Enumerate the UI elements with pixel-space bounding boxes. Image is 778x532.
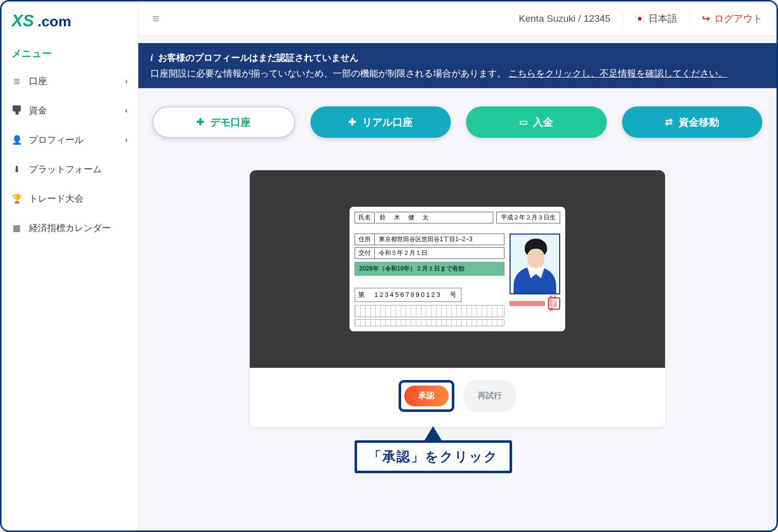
language-selector[interactable]: 日本語 (635, 12, 677, 25)
id-dob: 平成２年２月３日生 (496, 212, 560, 223)
signout-icon (702, 13, 710, 24)
sidebar-item-label: 資金 (29, 104, 118, 117)
trophy-icon (12, 194, 22, 204)
deposit-button[interactable]: 入金 (466, 106, 607, 138)
id-valid-until: 2028年（令和10年）２月１日まで有効 (355, 262, 504, 276)
sidebar-item-label: トレード大会 (29, 193, 128, 205)
id-address-label: 住所 (355, 234, 375, 245)
sidebar-item-calendar[interactable]: 経済指標カレンダー (2, 213, 138, 243)
demo-account-button[interactable]: デモ口座 (152, 106, 295, 138)
topbar: Kenta Suzuki / 12345 日本語 ログアウト (138, 2, 776, 36)
transfer-button[interactable]: 資金移動 (622, 106, 763, 138)
sidebar-item-tournament[interactable]: トレード大会 (2, 184, 138, 213)
list-icon (12, 76, 22, 87)
document-preview: 氏名 鈴 木 健 太 平成２年２月３日生 住所 東京都世田谷区世田谷1丁目1−2… (250, 170, 665, 368)
sidebar-item-platform[interactable]: プラットフォーム (2, 155, 138, 184)
id-card: 氏名 鈴 木 健 太 平成２年２月３日生 住所 東京都世田谷区世田谷1丁目1−2… (348, 206, 566, 332)
chevron-left-icon: ‹ (125, 106, 128, 115)
banner-title: お客様のプロフィールはまだ認証されていません (158, 50, 359, 66)
transfer-icon (665, 117, 673, 128)
verification-panel: 氏名 鈴 木 健 太 平成２年２月３日生 住所 東京都世田谷区世田谷1丁目1−2… (250, 170, 665, 427)
language-label: 日本語 (648, 12, 677, 25)
chevron-left-icon: ‹ (125, 77, 128, 85)
id-stripe (355, 305, 504, 317)
retry-button[interactable]: 再試行 (463, 380, 516, 412)
calendar-icon (12, 223, 22, 234)
logout-link[interactable]: ログアウト (702, 12, 762, 25)
id-issue-label: 交付 (355, 247, 375, 259)
callout-arrow-icon (424, 426, 442, 441)
banner-link[interactable]: こちらをクリックし、不足情報を確認してください。 (509, 68, 727, 79)
id-number: 第 1234567890123 号 (355, 288, 461, 302)
button-label: 資金移動 (679, 116, 719, 129)
wallet-icon (12, 105, 22, 116)
banner-body: 口座開設に必要な情報が揃っていないため、一部の機能が制限される場合があります。 (150, 68, 509, 79)
chevron-left-icon: ‹ (125, 136, 128, 144)
account-actions: デモ口座 リアル口座 入金 資金移動 (138, 88, 776, 146)
id-stripe (355, 319, 504, 326)
brand-logo: XS .com (2, 2, 138, 42)
id-color-bar (510, 301, 545, 306)
sidebar-item-label: 口座 (29, 75, 118, 87)
sidebar-item-funds[interactable]: 資金 ‹ (2, 96, 138, 125)
approve-button[interactable]: 承認 (404, 386, 449, 406)
plus-icon (348, 117, 356, 128)
info-icon: i (150, 50, 153, 66)
svg-text:XS: XS (12, 11, 34, 30)
button-label: デモ口座 (210, 116, 251, 129)
svg-text:.com: .com (37, 13, 71, 29)
id-issue-value: 令和５年２月１日 (375, 247, 504, 259)
id-name-label: 氏名 (355, 212, 375, 223)
menu-toggle-icon[interactable] (152, 12, 159, 25)
flag-jp-icon (635, 16, 644, 22)
button-label: リアル口座 (362, 116, 413, 129)
divider (689, 12, 690, 26)
user-icon (12, 135, 22, 145)
button-label: 入金 (533, 116, 553, 129)
card-icon (519, 117, 527, 128)
instruction-callout: 「承認」をクリック (355, 440, 512, 473)
logout-label: ログアウト (714, 12, 762, 25)
menu-heading: メニュー (2, 42, 138, 66)
sidebar-item-accounts[interactable]: 口座 ‹ (2, 66, 138, 96)
user-name: Kenta Suzuki / 12345 (519, 13, 610, 24)
sidebar-item-profile[interactable]: プロフィール ‹ (2, 125, 138, 155)
id-name-value: 鈴 木 健 太 (376, 212, 493, 223)
sidebar-item-label: プラットフォーム (29, 163, 128, 175)
divider (623, 12, 623, 26)
sidebar: XS .com メニュー 口座 ‹ 資金 ‹ プロフィール ‹ (2, 2, 138, 530)
real-account-button[interactable]: リアル口座 (310, 106, 451, 138)
download-icon (12, 164, 22, 175)
sidebar-item-label: 経済指標カレンダー (29, 222, 128, 234)
plus-icon (197, 117, 204, 128)
id-stamp: 東京都公安委員 (548, 297, 560, 310)
verification-banner: i お客様のプロフィールはまだ認証されていません 口座開設に必要な情報が揃ってい… (138, 43, 776, 88)
id-photo (510, 234, 560, 294)
id-address-value: 東京都世田谷区世田谷1丁目1−2−3 (375, 234, 504, 245)
approve-highlight: 承認 (399, 380, 454, 412)
sidebar-item-label: プロフィール (29, 134, 118, 146)
